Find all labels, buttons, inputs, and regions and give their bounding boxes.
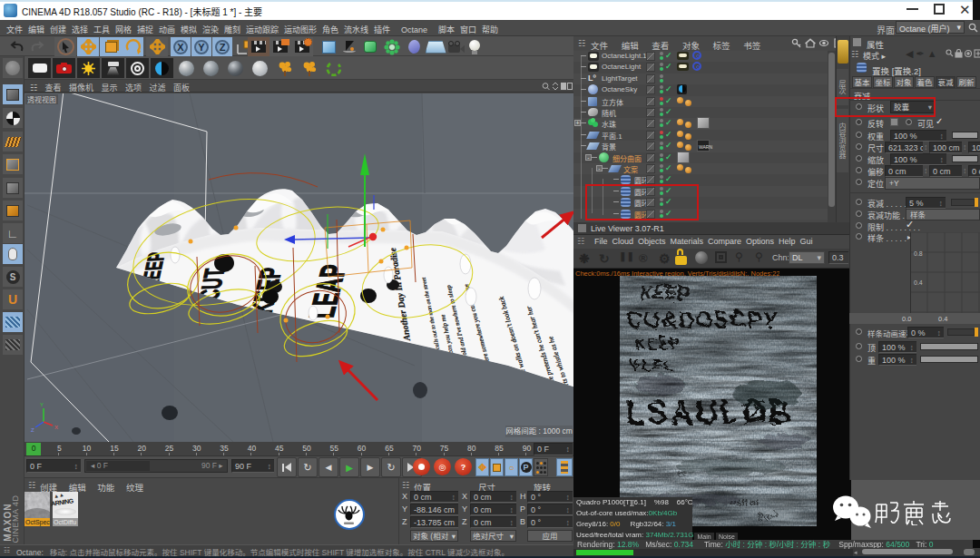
svg-text:KEEP: KEEP: [638, 279, 687, 304]
svg-text:CU&DOSCPY: CU&DOSCPY: [625, 304, 777, 330]
svg-text:KEEP: KEEP: [632, 334, 680, 349]
svg-text:Z: Z: [31, 427, 34, 433]
svg-text:Y: Y: [40, 402, 44, 407]
svg-text:0.8: 0.8: [914, 250, 923, 257]
svg-text:0.4: 0.4: [914, 279, 923, 286]
svg-text:X: X: [54, 425, 58, 430]
svg-text:mnsk: mnsk: [754, 509, 779, 519]
svg-text:VLEL: VLEL: [628, 356, 672, 371]
